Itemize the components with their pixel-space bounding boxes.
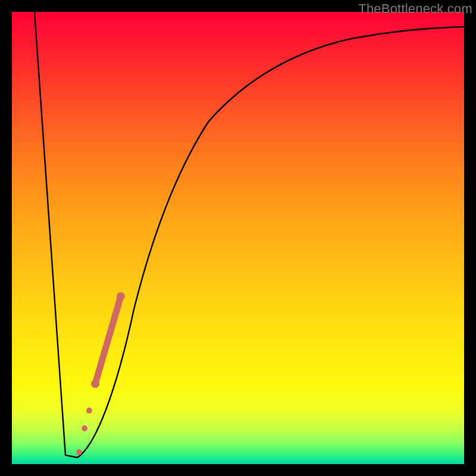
bottleneck-curve xyxy=(35,12,464,458)
highlight-dot xyxy=(76,449,82,455)
highlight-dot xyxy=(86,408,92,414)
highlight-dot xyxy=(117,292,125,300)
chart-plot-area xyxy=(12,12,464,464)
chart-frame: TheBottleneck.com xyxy=(0,0,476,476)
chart-svg xyxy=(12,12,464,464)
highlight-dot xyxy=(91,380,99,388)
highlight-dot xyxy=(82,425,87,431)
highlight-thick-segment xyxy=(95,296,121,384)
